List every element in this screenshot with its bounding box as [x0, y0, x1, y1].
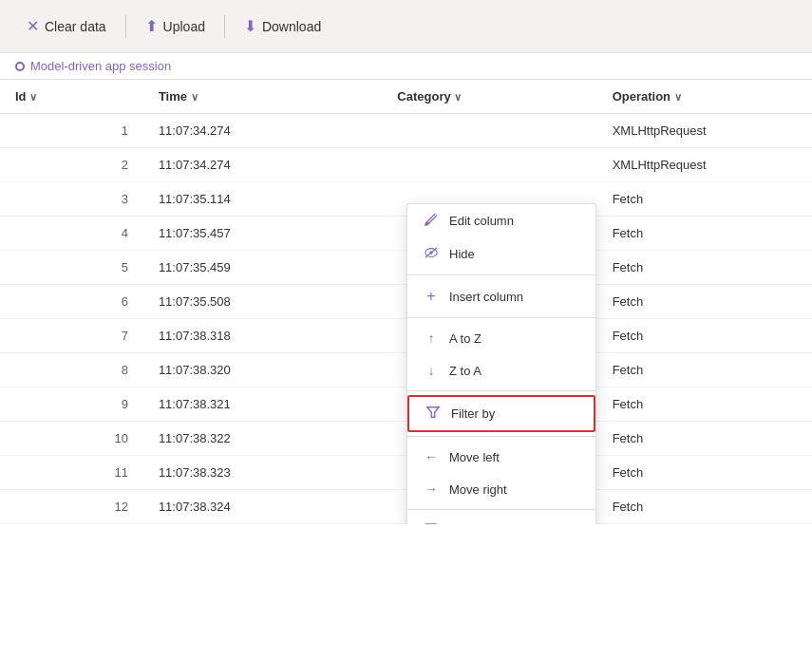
- cell-time: 11:07:38.323: [143, 456, 382, 490]
- category-sort-icon: ∨: [454, 91, 462, 103]
- cell-id: 1: [0, 114, 143, 148]
- cell-id: 8: [0, 353, 143, 387]
- cell-id: 2: [0, 148, 143, 182]
- filter-by-icon: [425, 406, 442, 422]
- cell-operation: Fetch: [597, 217, 812, 251]
- cell-time: 11:07:38.320: [143, 353, 382, 387]
- cell-id: 12: [0, 490, 143, 524]
- cell-id: 11: [0, 456, 143, 490]
- cell-time: 11:07:35.508: [143, 285, 382, 319]
- clear-data-button[interactable]: ✕ Clear data: [15, 11, 118, 41]
- cell-id: 4: [0, 217, 143, 251]
- cell-id: 6: [0, 285, 143, 319]
- menu-item-hide[interactable]: Hide: [407, 237, 595, 271]
- cell-time: 11:07:35.114: [143, 182, 382, 217]
- cell-time: 11:07:35.457: [143, 217, 382, 251]
- table-row: 2 11:07:34.274 XMLHttpRequest: [0, 148, 812, 182]
- download-button[interactable]: ⬇ Download: [233, 11, 332, 41]
- cell-operation: Fetch: [597, 285, 812, 319]
- svg-marker-3: [427, 407, 439, 418]
- cell-id: 10: [0, 422, 143, 456]
- menu-item-z-to-a[interactable]: ↓Z to A: [407, 354, 595, 387]
- cell-time: 11:07:38.324: [143, 490, 382, 524]
- session-label: Model-driven app session: [30, 59, 171, 73]
- session-dot: [15, 62, 25, 71]
- edit-column-icon: [423, 213, 440, 229]
- separator-after-insert-column: [407, 317, 595, 318]
- col-header-category[interactable]: Category ∨: [382, 80, 596, 114]
- insert-column-icon: +: [423, 288, 440, 305]
- separator-after-z-to-a: [407, 390, 595, 391]
- menu-item-a-to-z[interactable]: ↑A to Z: [407, 322, 595, 354]
- menu-item-edit-column[interactable]: Edit column: [407, 204, 595, 237]
- move-left-icon: ←: [423, 449, 440, 464]
- cell-operation: Fetch: [597, 456, 812, 490]
- separator-after-hide: [407, 274, 595, 275]
- menu-item-move-right[interactable]: →Move right: [407, 473, 595, 505]
- cell-id: 3: [0, 182, 143, 217]
- cell-time: 11:07:35.459: [143, 251, 382, 285]
- hide-icon: [423, 246, 440, 262]
- clear-icon: ✕: [27, 17, 39, 35]
- col-header-time[interactable]: Time ∨: [143, 80, 382, 114]
- cell-time: 11:07:34.274: [143, 114, 382, 148]
- session-bar: Model-driven app session: [0, 53, 812, 80]
- z-to-a-icon: ↓: [423, 363, 440, 378]
- upload-icon: ⬆: [145, 17, 158, 35]
- menu-item-filter-by[interactable]: Filter by: [407, 395, 595, 432]
- separator-after-filter-by: [407, 436, 595, 437]
- cell-id: 7: [0, 319, 143, 353]
- menu-item-pin-left[interactable]: Pin left: [407, 514, 595, 524]
- cell-operation: Fetch: [597, 319, 812, 353]
- cell-operation: Fetch: [597, 353, 812, 387]
- id-sort-icon: ∨: [29, 91, 37, 103]
- separator-after-move-right: [407, 509, 595, 510]
- pin-left-icon: [423, 522, 440, 524]
- col-header-id[interactable]: Id ∨: [0, 80, 143, 114]
- cell-category: [382, 148, 596, 182]
- cell-time: 11:07:38.322: [143, 422, 382, 456]
- cell-id: 5: [0, 251, 143, 285]
- cell-operation: XMLHttpRequest: [597, 114, 812, 148]
- cell-category: [382, 114, 596, 148]
- cell-id: 9: [0, 387, 143, 422]
- table-row: 1 11:07:34.274 XMLHttpRequest: [0, 114, 812, 148]
- separator-2: [224, 15, 225, 38]
- cell-operation: Fetch: [597, 182, 812, 217]
- time-sort-icon: ∨: [191, 91, 198, 103]
- menu-item-insert-column[interactable]: +Insert column: [407, 279, 595, 313]
- cell-operation: Fetch: [597, 490, 812, 524]
- table-header-row: Id ∨ Time ∨ Category ∨ Operation ∨: [0, 80, 812, 114]
- column-context-menu: Edit columnHide+Insert column↑A to Z↓Z t…: [406, 203, 596, 524]
- cell-time: 11:07:38.321: [143, 387, 382, 422]
- separator-1: [125, 15, 126, 38]
- cell-operation: Fetch: [597, 422, 812, 456]
- operation-sort-icon: ∨: [674, 91, 682, 103]
- cell-time: 11:07:34.274: [143, 148, 382, 182]
- menu-item-move-left[interactable]: ←Move left: [407, 441, 595, 473]
- table-container: Id ∨ Time ∨ Category ∨ Operation ∨ 1 11:…: [0, 80, 812, 524]
- cell-operation: XMLHttpRequest: [597, 148, 812, 182]
- cell-time: 11:07:38.318: [143, 319, 382, 353]
- cell-operation: Fetch: [597, 251, 812, 285]
- col-header-operation[interactable]: Operation ∨: [597, 80, 812, 114]
- cell-operation: Fetch: [597, 387, 812, 422]
- download-icon: ⬇: [244, 17, 256, 35]
- a-to-z-icon: ↑: [423, 330, 440, 346]
- move-right-icon: →: [423, 482, 440, 497]
- upload-button[interactable]: ⬆ Upload: [134, 11, 217, 41]
- toolbar: ✕ Clear data ⬆ Upload ⬇ Download: [0, 0, 812, 53]
